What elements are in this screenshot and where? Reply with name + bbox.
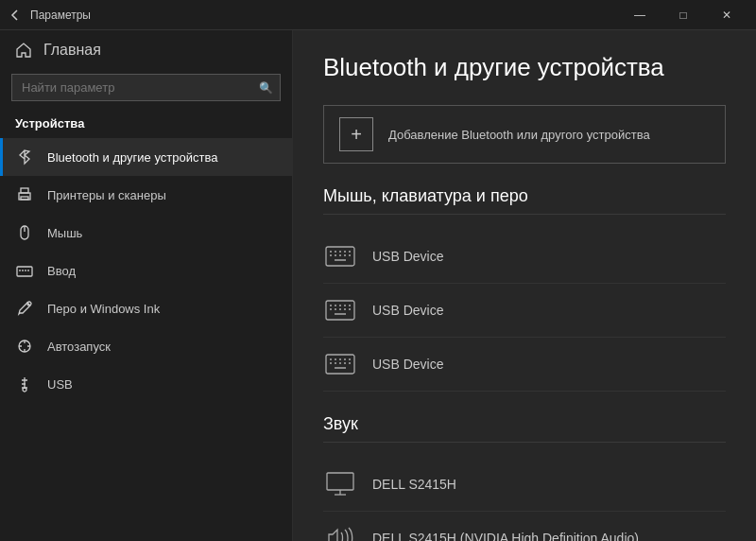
sidebar-item-printers-label: Принтеры и сканеры [47,188,166,202]
add-icon: + [339,117,373,151]
sidebar-item-bluetooth-label: Bluetooth и другие устройства [47,150,217,165]
home-icon [15,42,32,59]
device-name: DELL S2415H (NVIDIA High Definition Audi… [372,531,639,541]
maximize-button[interactable]: □ [662,0,705,30]
device-name: USB Device [372,249,443,264]
device-name: USB Device [372,357,443,372]
svg-rect-26 [326,301,354,320]
device-name: USB Device [372,303,443,318]
window-controls: — □ ✕ [618,0,748,30]
keyboard-icon [323,347,357,381]
autorun-icon [15,337,34,356]
svg-point-13 [23,388,26,392]
close-button[interactable]: ✕ [705,0,748,30]
search-icon: 🔍 [259,81,273,95]
keyboard-icon [323,239,357,273]
sidebar-item-mouse-label: Мышь [47,226,82,240]
add-device-button[interactable]: + Добавление Bluetooth или другого устро… [323,105,726,164]
sidebar-item-autorun-label: Автозапуск [47,340,111,354]
minimize-button[interactable]: — [618,0,662,30]
sidebar-item-bluetooth[interactable]: Bluetooth и другие устройства [0,138,292,176]
list-item: DELL S2415H [323,458,726,512]
sidebar-item-input-label: Ввод [47,264,76,278]
sidebar-item-mouse[interactable]: Мышь [0,214,292,252]
sound-section: Звук DELL S2415H [323,414,726,541]
monitor-icon [323,467,357,501]
sidebar-section-title: Устройства [0,113,292,138]
page-title: Bluetooth и другие устройства [323,53,726,82]
sidebar-item-usb-label: USB [47,377,73,392]
mouse-keyboard-section: Мышь, клавиатура и перо [323,186,726,392]
sidebar-item-autorun[interactable]: Автозапуск [0,327,292,365]
svg-rect-2 [21,197,28,200]
device-name: DELL S2415H [372,477,456,492]
search-input[interactable] [11,74,281,101]
svg-rect-1 [21,188,28,193]
main-layout: Главная 🔍 Устройства Bluetooth и другие … [0,30,756,541]
content-area: Bluetooth и другие устройства + Добавлен… [293,30,756,541]
bluetooth-icon [15,148,34,166]
audio-icon [323,521,357,541]
mouse-icon [15,223,34,242]
list-item: DELL S2415H (NVIDIA High Definition Audi… [323,512,726,541]
sidebar: Главная 🔍 Устройства Bluetooth и другие … [0,30,293,541]
keyboard-icon [323,293,357,327]
pen-icon [15,299,34,318]
list-item: USB Device [323,338,726,392]
add-device-label: Добавление Bluetooth или другого устройс… [388,128,650,142]
sidebar-home-button[interactable]: Главная [0,30,292,70]
sidebar-item-pen[interactable]: Перо и Windows Ink [0,289,292,327]
mouse-keyboard-section-title: Мышь, клавиатура и перо [323,186,726,215]
svg-point-10 [27,302,31,305]
window-title: Параметры [30,9,91,22]
printer-icon [15,185,34,204]
svg-rect-50 [327,473,353,490]
home-label: Главная [43,42,101,59]
sidebar-item-input[interactable]: Ввод [0,252,292,289]
usb-icon [15,375,34,393]
title-bar: Параметры — □ ✕ [0,0,756,30]
sidebar-item-usb[interactable]: USB [0,365,292,403]
sidebar-item-pen-label: Перо и Windows Ink [47,302,160,316]
sound-section-title: Звук [323,414,726,443]
list-item: USB Device [323,230,726,284]
svg-rect-14 [326,247,354,266]
svg-rect-38 [326,355,354,374]
list-item: USB Device [323,284,726,338]
sidebar-item-printers[interactable]: Принтеры и сканеры [0,176,292,214]
back-icon[interactable] [8,8,23,23]
search-container: 🔍 [11,74,281,101]
input-icon [15,261,34,280]
